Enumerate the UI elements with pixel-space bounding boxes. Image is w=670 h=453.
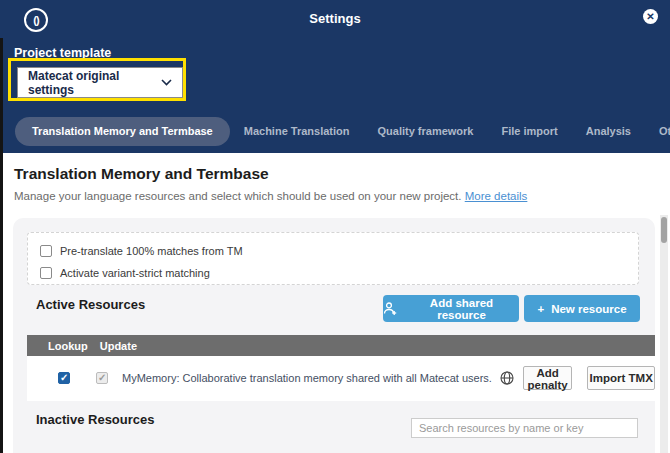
plus-icon: + [537, 303, 544, 315]
tab-file-import[interactable]: File import [487, 117, 571, 146]
update-column-header: Update [100, 340, 137, 352]
annotation-highlight-box: Matecat original settings [8, 58, 186, 101]
variant-strict-label: Activate variant-strict matching [60, 267, 210, 279]
add-penalty-button[interactable]: Add penalty [523, 366, 573, 390]
active-resources-table: Lookup Update MyMemory: Collaborative tr… [27, 335, 655, 401]
pretranslate-label: Pre-translate 100% matches from TM [60, 245, 243, 257]
add-shared-resource-label: Add shared resource [404, 297, 519, 321]
option-variant-strict-row: Activate variant-strict matching [40, 264, 626, 281]
chevron-down-icon [161, 79, 172, 86]
add-shared-resource-button[interactable]: Add shared resource [383, 295, 519, 322]
titlebar: () Settings ✕ [0, 0, 670, 40]
table-header: Lookup Update [27, 335, 655, 356]
search-resources-input[interactable] [411, 418, 638, 438]
inactive-resources-heading: Inactive Resources [36, 412, 155, 427]
globe-icon [500, 371, 514, 385]
option-pretranslate-row: Pre-translate 100% matches from TM [40, 242, 626, 259]
pretranslate-checkbox[interactable] [40, 245, 52, 257]
lookup-column-header: Lookup [48, 340, 88, 352]
close-icon[interactable]: ✕ [643, 9, 658, 24]
more-details-link[interactable]: More details [465, 190, 528, 202]
table-row: MyMemory: Collaborative translation memo… [27, 356, 655, 400]
tab-analysis[interactable]: Analysis [572, 117, 645, 146]
tab-other[interactable]: Other [645, 117, 670, 146]
person-plus-icon [383, 302, 397, 315]
project-template-selected-value: Matecat original settings [28, 69, 161, 97]
scrollbar-thumb[interactable] [661, 217, 667, 243]
tm-settings-panel: Pre-translate 100% matches from TM Activ… [13, 218, 655, 453]
new-resource-label: New resource [551, 303, 626, 315]
update-checkbox[interactable] [96, 372, 108, 384]
dialog-title: Settings [0, 11, 670, 26]
variant-strict-checkbox[interactable] [40, 267, 52, 279]
tab-machine-translation[interactable]: Machine Translation [230, 117, 364, 146]
description-text: Manage your language resources and selec… [14, 190, 462, 202]
active-resources-heading: Active Resources [36, 297, 145, 312]
tab-translation-memory-and-termbase[interactable]: Translation Memory and Termbase [15, 117, 230, 146]
new-resource-button[interactable]: + New resource [524, 295, 640, 322]
settings-header: () Settings ✕ Project template Matecat o… [0, 0, 670, 153]
settings-tabs: Translation Memory and Termbase Machine … [15, 117, 670, 146]
page-description: Manage your language resources and selec… [14, 190, 527, 202]
project-template-dropdown[interactable]: Matecat original settings [17, 67, 183, 98]
window-left-border [0, 38, 3, 453]
import-tmx-button[interactable]: Import TMX [587, 366, 655, 390]
resource-description: MyMemory: Collaborative translation memo… [122, 372, 492, 384]
page-title: Translation Memory and Termbase [14, 165, 269, 183]
lookup-checkbox[interactable] [58, 372, 70, 384]
tm-options-card: Pre-translate 100% matches from TM Activ… [27, 232, 639, 285]
tab-quality-framework[interactable]: Quality framework [364, 117, 488, 146]
scrollbar-track[interactable] [660, 215, 668, 453]
